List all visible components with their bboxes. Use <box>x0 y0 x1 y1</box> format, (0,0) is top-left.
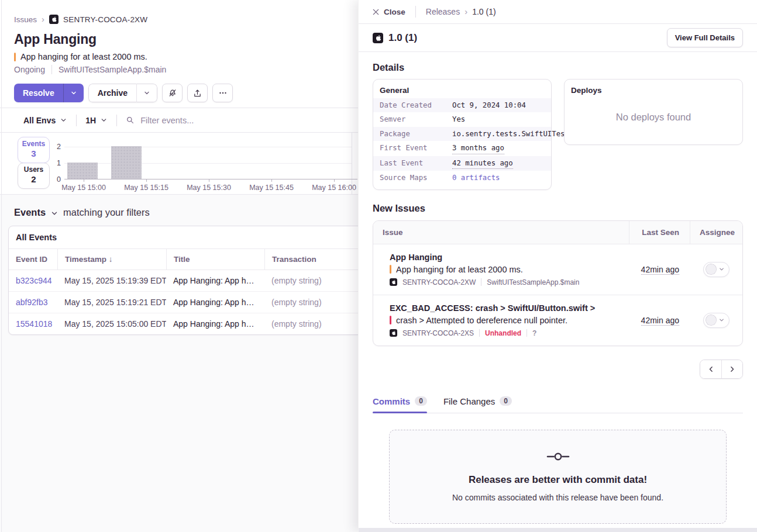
column-header-event-id: Event ID <box>9 249 57 270</box>
tab-commits[interactable]: Commits 0 <box>373 396 427 413</box>
new-issue-row: App Hanging App hanging for at least 200… <box>373 244 742 295</box>
resolve-button[interactable]: Resolve <box>14 84 63 102</box>
detail-label: First Event <box>380 143 452 154</box>
source-maps-link[interactable]: 0 artifacts <box>452 172 545 183</box>
empty-state-title: Releases are better with commit data! <box>469 474 647 486</box>
detail-value: Oct 9, 2024 10:04 <box>452 100 545 110</box>
event-table-row: b323c944 May 15, 2025 15:19:39 EDT App H… <box>9 270 358 291</box>
issue-status: Ongoing <box>14 65 45 74</box>
detail-row: Last Event 42 minutes ago <box>373 156 551 171</box>
event-id-link[interactable]: 15541018 <box>9 313 57 334</box>
events-dropdown-label[interactable]: Events <box>14 207 46 218</box>
detail-label: Date Created <box>380 100 452 110</box>
share-button[interactable] <box>187 84 208 102</box>
event-id-link[interactable]: abf92fb3 <box>9 292 57 313</box>
event-title: App Hanging: App hanging for at least 20… <box>166 292 264 313</box>
resolve-dropdown-button[interactable] <box>63 84 84 102</box>
archive-dropdown-button[interactable] <box>137 84 157 102</box>
search-icon <box>126 116 135 125</box>
events-stat-toggle[interactable]: Events 3 <box>18 137 50 163</box>
divider <box>51 65 52 74</box>
issue-meta-row: Ongoing SwiftUITestSampleApp.$main <box>14 65 358 74</box>
view-full-details-button[interactable]: View Full Details <box>667 28 743 47</box>
breadcrumb-current: 1.0 (1) <box>472 7 496 16</box>
event-table-row: abf92fb3 May 15, 2025 15:19:21 EDT App H… <box>9 291 358 313</box>
issue-context: SwiftUITestSampleApp.$main <box>487 278 579 286</box>
chart-bar <box>67 163 98 179</box>
issue-message-row: App hanging for at least 2000 ms. <box>14 52 358 61</box>
release-title-bar: 1.0 (1) View Full Details <box>359 24 757 52</box>
detail-value: Yes <box>452 114 545 125</box>
chevron-down-icon[interactable] <box>50 209 59 217</box>
error-level-bar <box>390 265 391 274</box>
divider <box>76 115 77 126</box>
previous-page-button[interactable] <box>700 360 721 378</box>
events-heading-suffix: matching your filters <box>63 207 150 218</box>
issue-title-link[interactable]: EXC_BAD_ACCESS: crash > SwiftUI/Button.s… <box>390 303 623 313</box>
issue-project-id: SENTRY-COCOA-2XW <box>402 278 476 286</box>
detail-value-first-event: 3 months ago <box>452 143 504 154</box>
resolve-split-button: Resolve <box>14 84 84 102</box>
panel-breadcrumb: Releases › 1.0 (1) <box>426 7 496 16</box>
new-issue-row: EXC_BAD_ACCESS: crash > SwiftUI/Button.s… <box>373 295 742 346</box>
x-tick-label: May 15 15:00 <box>57 184 110 192</box>
more-actions-button[interactable] <box>212 84 233 102</box>
issue-message: App hanging for at least 2000 ms. <box>396 265 523 274</box>
detail-label: Source Maps <box>380 172 452 183</box>
time-range-label: 1H <box>85 116 96 125</box>
tab-commits-count: 0 <box>415 396 427 406</box>
detail-label: Semver <box>380 114 452 125</box>
next-page-button[interactable] <box>721 360 742 378</box>
time-range-filter[interactable]: 1H <box>85 116 108 125</box>
archive-button[interactable]: Archive <box>88 84 137 102</box>
x-tick-label: May 15 15:30 <box>183 184 235 192</box>
issue-details-page: Issues › SENTRY-COCOA-2XW App Hanging Ap… <box>0 0 358 532</box>
close-label: Close <box>384 8 405 16</box>
issue-title-link[interactable]: App Hanging <box>390 253 623 262</box>
new-issues-table: Issue Last Seen Assignee App Hanging App… <box>373 220 743 346</box>
breadcrumb-short-id[interactable]: SENTRY-COCOA-2XW <box>63 15 147 24</box>
new-issues-table-header: Issue Last Seen Assignee <box>373 221 742 244</box>
tab-file-changes[interactable]: File Changes 0 <box>443 396 512 413</box>
event-id-link[interactable]: b323c944 <box>9 270 57 291</box>
chevron-down-icon <box>60 116 67 124</box>
events-stat-value: 3 <box>18 148 49 158</box>
tab-file-changes-count: 0 <box>500 396 512 406</box>
column-header-timestamp[interactable]: Timestamp ↓ <box>57 249 166 270</box>
chevron-left-icon <box>707 365 715 373</box>
release-detail-panel: Close Releases › 1.0 (1) 1.0 (1) View Fu… <box>358 0 757 532</box>
event-title: App Hanging: App hanging for at least 20… <box>166 270 264 291</box>
issue-meta-row: SENTRY-COCOA-2XW SwiftUITestSampleApp.$m… <box>390 278 623 286</box>
breadcrumb-issues-link[interactable]: Issues <box>14 15 37 24</box>
filter-events-input[interactable] <box>140 116 316 125</box>
mute-button[interactable] <box>162 84 183 102</box>
unhandled-badge: Unhandled <box>485 329 521 337</box>
events-bar-chart: 2 1 0 May 15 15:00 May 15 15:15 May 15 1… <box>64 147 352 179</box>
divider <box>116 115 117 126</box>
page-background-strip <box>359 528 757 532</box>
issue-title: App Hanging <box>14 32 358 47</box>
general-card: General Date Created Oct 9, 2024 10:04 S… <box>373 79 552 190</box>
chevron-down-icon <box>718 266 725 272</box>
close-panel-button[interactable]: Close <box>373 8 405 16</box>
general-card-title: General <box>373 85 551 98</box>
environment-filter[interactable]: All Envs <box>23 116 67 125</box>
breadcrumb-releases-link[interactable]: Releases <box>426 7 460 16</box>
apple-project-icon <box>390 278 397 286</box>
detail-row: First Event 3 months ago <box>373 141 551 156</box>
users-stat-toggle[interactable]: Users 2 <box>18 163 50 189</box>
assignee-dropdown[interactable] <box>703 313 730 328</box>
chevron-right-icon: › <box>42 15 44 23</box>
divider <box>481 278 481 286</box>
event-table-row: 15541018 May 15, 2025 15:05:00 EDT App H… <box>9 313 358 334</box>
x-tick <box>334 179 335 182</box>
column-header-transaction: Transaction <box>264 249 358 270</box>
y-tick-label: 2 <box>49 143 61 151</box>
x-tick <box>209 179 209 182</box>
deploys-empty-message: No deploys found <box>565 112 742 123</box>
gridline <box>64 163 352 164</box>
environment-filter-label: All Envs <box>23 116 56 125</box>
x-tick <box>84 179 84 182</box>
assignee-dropdown[interactable] <box>703 262 730 277</box>
help-icon[interactable]: ? <box>532 329 536 337</box>
